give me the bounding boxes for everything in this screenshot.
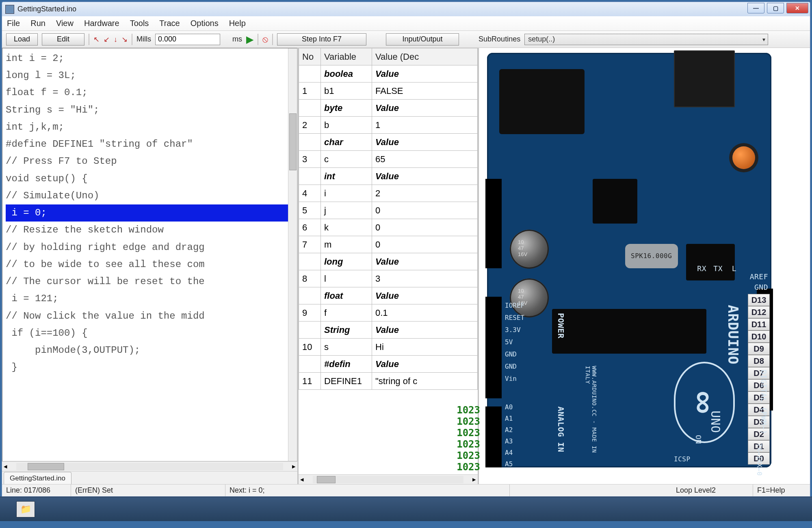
table-cell[interactable]: Value <box>372 134 478 151</box>
table-row[interactable]: 10sHi <box>299 339 478 356</box>
table-cell[interactable] <box>299 287 321 304</box>
table-cell[interactable]: float <box>321 287 372 304</box>
menu-tools[interactable]: Tools <box>130 19 149 28</box>
table-cell[interactable]: 10 <box>299 339 321 356</box>
code-editor[interactable]: int i = 2;long l = 3L;float f = 0.1;Stri… <box>2 48 297 461</box>
table-cell[interactable]: 1 <box>299 83 321 100</box>
table-row[interactable]: StringValue <box>299 322 478 339</box>
table-row[interactable]: charValue <box>299 134 478 151</box>
digital-pin-d13[interactable]: D13 <box>748 294 770 306</box>
table-row[interactable]: intValue <box>299 168 478 185</box>
column-header-no[interactable]: No <box>299 48 321 65</box>
table-cell[interactable]: c <box>321 151 372 168</box>
arrow-down-icon[interactable]: ↓ <box>114 36 117 43</box>
code-line[interactable]: // Resize the sketch window <box>6 222 294 239</box>
code-line[interactable]: // Simulate(Uno) <box>6 187 294 204</box>
window-maximize-button[interactable]: ▢ <box>767 3 784 13</box>
table-row[interactable]: 4i2 <box>299 185 478 202</box>
variables-table[interactable]: No Variable Value (Dec booleaValue1b1FAL… <box>299 48 478 390</box>
menu-options[interactable]: Options <box>191 19 219 28</box>
menu-hardware[interactable]: Hardware <box>84 19 119 28</box>
load-button[interactable]: Load <box>6 33 38 46</box>
table-cell[interactable]: k <box>321 219 372 236</box>
table-row[interactable]: floatValue <box>299 287 478 304</box>
code-line[interactable]: // to be wide to see all these com <box>6 256 294 273</box>
table-row[interactable]: 6k0 <box>299 219 478 236</box>
code-vertical-scrollbar[interactable] <box>288 48 297 461</box>
table-cell[interactable]: 4 <box>299 185 321 202</box>
table-cell[interactable]: f <box>321 304 372 322</box>
digital-pin-d12[interactable]: D12 <box>748 306 770 318</box>
scrollbar-thumb[interactable] <box>289 113 297 170</box>
table-cell[interactable]: 2 <box>372 185 478 202</box>
column-header-value[interactable]: Value (Dec <box>372 48 478 65</box>
code-line[interactable]: #define DEFINE1 "string of char" <box>6 136 294 153</box>
taskbar-app-icon[interactable]: 📁 <box>16 501 35 517</box>
menu-view[interactable]: View <box>56 19 74 28</box>
table-cell[interactable]: l <box>321 270 372 287</box>
window-close-button[interactable]: ✕ <box>786 3 808 13</box>
table-cell[interactable]: long <box>321 253 372 270</box>
table-cell[interactable]: 0 <box>372 219 478 236</box>
table-cell[interactable]: Hi <box>372 339 478 356</box>
code-line[interactable]: // by holding right edge and dragg <box>6 239 294 256</box>
table-cell[interactable]: char <box>321 134 372 151</box>
table-row[interactable]: 2b1 <box>299 117 478 134</box>
table-row[interactable]: 1b1FALSE <box>299 83 478 100</box>
table-row[interactable]: booleaValue <box>299 65 478 83</box>
reset-button[interactable] <box>732 146 755 169</box>
column-header-variable[interactable]: Variable <box>321 48 372 65</box>
table-cell[interactable]: 9 <box>299 304 321 322</box>
table-cell[interactable]: b1 <box>321 83 372 100</box>
code-horizontal-scrollbar[interactable]: ◂ ▸ <box>2 461 297 471</box>
table-cell[interactable]: 7 <box>299 236 321 253</box>
table-cell[interactable]: 0 <box>372 202 478 219</box>
table-cell[interactable]: 11 <box>299 373 321 390</box>
table-cell[interactable]: 5 <box>299 202 321 219</box>
table-row[interactable]: longValue <box>299 253 478 270</box>
edit-button[interactable]: Edit <box>42 33 84 46</box>
table-row[interactable]: 3c65 <box>299 151 478 168</box>
table-cell[interactable]: b <box>321 117 372 134</box>
table-cell[interactable]: 1 <box>372 117 478 134</box>
table-cell[interactable]: m <box>321 236 372 253</box>
table-cell[interactable]: boolea <box>321 65 372 83</box>
table-row[interactable]: 11DEFINE1"string of c <box>299 373 478 390</box>
subroutines-dropdown[interactable]: setup(..) <box>524 34 768 45</box>
arduino-uno-board[interactable]: 10 47 16V 10 47 16V SPK16.000G ARDUINO ∞… <box>487 53 771 467</box>
code-line[interactable]: float f = 0.1; <box>6 84 294 101</box>
table-cell[interactable] <box>299 168 321 185</box>
table-cell[interactable]: 65 <box>372 151 478 168</box>
table-row[interactable]: 8l3 <box>299 270 478 287</box>
mills-input[interactable] <box>155 34 220 45</box>
table-cell[interactable]: 3 <box>299 151 321 168</box>
input-output-button[interactable]: Input/Output <box>386 33 459 46</box>
table-cell[interactable]: String <box>321 322 372 339</box>
table-cell[interactable]: 2 <box>299 117 321 134</box>
table-cell[interactable]: Value <box>372 253 478 270</box>
arrow-nw-icon[interactable]: ↖ <box>93 36 100 43</box>
table-cell[interactable]: Value <box>372 65 478 83</box>
table-cell[interactable]: Value <box>372 287 478 304</box>
table-row[interactable]: 5j0 <box>299 202 478 219</box>
code-line[interactable]: int j,k,m; <box>6 119 294 136</box>
header-left-power[interactable] <box>485 297 502 398</box>
table-cell[interactable]: Value <box>372 168 478 185</box>
menu-run[interactable]: Run <box>30 19 45 28</box>
table-cell[interactable] <box>299 253 321 270</box>
digital-pin-d9[interactable]: D9 <box>748 343 770 355</box>
table-cell[interactable]: int <box>321 168 372 185</box>
window-minimize-button[interactable]: — <box>747 3 764 13</box>
table-row[interactable]: 7m0 <box>299 236 478 253</box>
table-cell[interactable]: 0 <box>372 236 478 253</box>
arrow-se-icon[interactable]: ↘ <box>121 36 128 43</box>
digital-pin-d8[interactable]: D8 <box>748 355 770 367</box>
table-cell[interactable]: i <box>321 185 372 202</box>
table-cell[interactable]: 0.1 <box>372 304 478 322</box>
taskbar[interactable]: 📁 <box>0 497 812 521</box>
table-cell[interactable] <box>299 322 321 339</box>
code-line[interactable]: i = 121; <box>6 290 294 307</box>
code-line[interactable]: // Now click the value in the midd <box>6 308 294 325</box>
table-cell[interactable] <box>299 65 321 83</box>
code-line[interactable]: int i = 2; <box>6 50 294 67</box>
